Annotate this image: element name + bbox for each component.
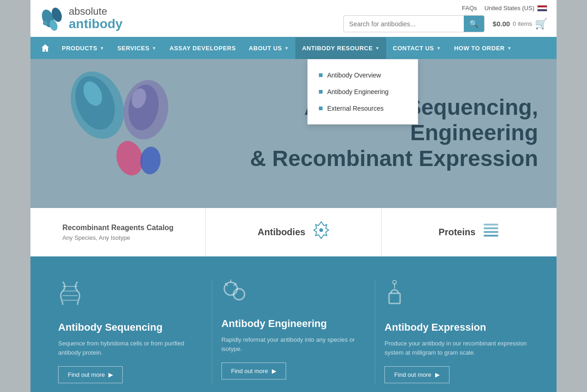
proteins-label: Proteins (438, 227, 475, 238)
logo-icon (40, 5, 65, 32)
svg-point-3 (43, 21, 48, 25)
expression-desc: Produce your antibody in our recombinant… (384, 339, 529, 357)
engineering-find-out-btn[interactable]: Find out more ▶ (222, 362, 286, 380)
contact-chevron-icon: ▼ (437, 46, 441, 51)
antibodies-icon (313, 221, 329, 244)
sequencing-title: Antibody Sequencing (58, 321, 203, 333)
cart-items: 0 items (513, 20, 532, 27)
top-bar: absolute antibody FAQs United States (US… (30, 0, 557, 37)
expression-title: Antibody Expression (384, 321, 529, 333)
services-chevron-icon: ▼ (152, 46, 156, 51)
nav-item-services[interactable]: SERVICES ▼ (111, 37, 163, 59)
products-chevron-icon: ▼ (100, 46, 104, 51)
cart-price: $0.00 (493, 20, 510, 28)
dropdown-bullet-external (319, 107, 323, 110)
sequencing-desc: Sequence from hybridoma cells or from pu… (58, 339, 203, 357)
logo-absolute: absolute (69, 6, 123, 17)
dropdown-item-external[interactable]: External Resources (308, 100, 418, 117)
proteins-icon (483, 222, 499, 243)
hero-section: Antibody Sequencing, Engineering & Recom… (30, 59, 557, 207)
search-cart-area: 🔍 $0.00 0 items 🛒 (343, 15, 547, 32)
nav-home[interactable] (35, 37, 55, 59)
top-right-area: FAQs United States (US) 🔍 $0.00 0 items (343, 5, 547, 32)
antibodies-label: Antibodies (258, 227, 305, 238)
svg-point-9 (139, 146, 162, 175)
nav-item-contact-us[interactable]: CONTACT US ▼ (386, 37, 448, 59)
product-tile-antibodies[interactable]: Antibodies (206, 208, 381, 256)
svg-rect-13 (484, 224, 498, 226)
dropdown-item-overview[interactable]: Antibody Overview (308, 67, 418, 83)
sequencing-find-out-btn[interactable]: Find out more ▶ (58, 366, 123, 383)
antibody-resource-chevron-icon: ▼ (375, 46, 380, 51)
dropdown-item-engineering[interactable]: Antibody Engineering (308, 83, 418, 100)
dropdown-bullet-overview (319, 73, 323, 77)
svg-rect-14 (484, 227, 498, 229)
svg-point-12 (319, 228, 323, 232)
engineering-desc: Rapidly reformat your antibody into any … (222, 335, 366, 353)
cart-area: $0.00 0 items 🛒 (493, 18, 547, 30)
about-chevron-icon: ▼ (284, 46, 289, 51)
cart-button[interactable]: 🛒 (535, 18, 547, 30)
nav-item-about-us[interactable]: ABOUT US ▼ (242, 37, 295, 59)
product-tile-proteins[interactable]: Proteins (382, 208, 557, 256)
sequencing-icon (58, 279, 203, 312)
expression-arrow-icon: ▶ (435, 371, 440, 378)
svg-rect-16 (484, 235, 498, 237)
expression-find-out-btn[interactable]: Find out more ▶ (384, 366, 449, 383)
svg-rect-15 (484, 231, 498, 233)
antibody-shapes-illustration (58, 68, 187, 188)
nav-item-assay-developers[interactable]: ASSAY DEVELOPERS (163, 37, 242, 59)
country-selector[interactable]: United States (US) (485, 5, 547, 12)
service-sequencing: Antibody Sequencing Sequence from hybrid… (49, 279, 212, 383)
nav-bar: PRODUCTS ▼ SERVICES ▼ ASSAY DEVELOPERS A… (30, 37, 557, 59)
logo-text: absolute antibody (69, 6, 123, 31)
antibody-resource-dropdown: Antibody Overview Antibody Engineering E… (307, 59, 418, 125)
search-box: 🔍 (343, 15, 485, 32)
sequencing-arrow-icon: ▶ (108, 371, 113, 378)
service-engineering: Antibody Engineering Rapidly reformat yo… (212, 279, 376, 383)
engineering-arrow-icon: ▶ (272, 368, 276, 374)
top-meta: FAQs United States (US) (462, 5, 547, 12)
flag-icon (537, 5, 547, 12)
logo-antibody: antibody (69, 17, 123, 31)
tile-text-catalog: Recombinant Reagents Catalog Any Species… (62, 222, 174, 243)
nav-item-antibody-resource[interactable]: ANTIBODY RESOURCE ▼ (295, 37, 386, 59)
how-to-order-chevron-icon: ▼ (507, 46, 512, 51)
search-input[interactable] (344, 17, 464, 31)
logo[interactable]: absolute antibody (40, 5, 123, 32)
nav-item-how-to-order[interactable]: HOW TO ORDER ▼ (448, 37, 518, 59)
blue-section: Antibody Sequencing Sequence from hybrid… (30, 256, 557, 392)
product-tile-catalog[interactable]: Recombinant Reagents Catalog Any Species… (30, 208, 206, 256)
search-button[interactable]: 🔍 (464, 16, 484, 32)
engineering-icon (222, 279, 366, 309)
nav-item-products[interactable]: PRODUCTS ▼ (55, 37, 111, 59)
expression-icon (384, 279, 529, 312)
faqs-link[interactable]: FAQs (462, 5, 477, 12)
svg-rect-23 (389, 293, 400, 303)
product-tiles: Recombinant Reagents Catalog Any Species… (30, 207, 557, 256)
engineering-title: Antibody Engineering (222, 318, 366, 330)
service-expression: Antibody Expression Produce your antibod… (375, 279, 538, 383)
dropdown-bullet-engineering (319, 90, 323, 94)
